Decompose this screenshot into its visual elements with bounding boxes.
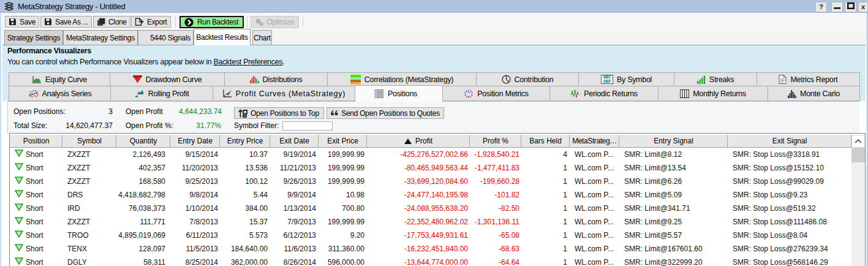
- svg-text:DEF: DEF: [603, 79, 611, 83]
